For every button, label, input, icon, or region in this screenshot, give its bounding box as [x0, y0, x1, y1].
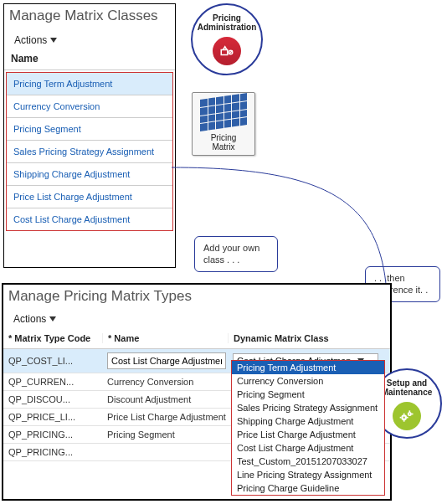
dropdown-item[interactable]: Pricing Segment: [232, 388, 384, 401]
p1-actions-label: Actions: [14, 34, 47, 46]
dropdown-item[interactable]: Test_Custom_20151207033027: [232, 455, 384, 468]
svg-rect-12: [412, 414, 414, 415]
dropdown-item[interactable]: Cost List Charge Adjustment: [232, 441, 384, 455]
p1-actions-menu[interactable]: Actions: [4, 26, 175, 51]
svg-rect-10: [403, 420, 405, 422]
dropdown-item[interactable]: Line Pricing Strategy Assignment: [232, 468, 384, 481]
p1-col-name: Name: [4, 51, 175, 70]
svg-point-6: [409, 414, 411, 415]
list-item[interactable]: Price List Charge Adjustment: [7, 186, 172, 208]
cell-code: QP_DISCOU...: [8, 394, 102, 404]
cell-code: QP_PRICING...: [8, 429, 102, 440]
list-item[interactable]: Pricing Segment: [7, 118, 172, 141]
dropdown-item[interactable]: Pricing Charge Guideline: [232, 481, 384, 495]
svg-rect-8: [400, 417, 402, 419]
dropdown-item[interactable]: Currency Conversion: [232, 374, 384, 388]
pricing-admin-icon: [213, 37, 241, 65]
svg-point-4: [403, 417, 405, 419]
cell-code: QP_COST_LI...: [8, 356, 102, 366]
dropdown-item[interactable]: Shipping Charge Adjustment: [232, 414, 384, 428]
cell-code: QP_PRICING...: [8, 447, 102, 457]
pricing-administration-bubble[interactable]: PricingAdministration: [191, 3, 263, 75]
dropdown-item[interactable]: Pricing Term Adjustment: [232, 361, 384, 374]
cell-code: QP_CURREN...: [8, 377, 102, 387]
svg-rect-9: [407, 417, 408, 419]
callout-add-your-own-class: Add your own class . . .: [194, 236, 278, 272]
name-input[interactable]: [107, 352, 226, 369]
pricing-admin-label: PricingAdministration: [193, 13, 261, 32]
list-item[interactable]: Cost List Charge Adjustment: [7, 208, 172, 230]
matrix-class-list: Pricing Term Adjustment Currency Convers…: [6, 72, 173, 231]
list-item[interactable]: Sales Pricing Strategy Assignment: [7, 141, 172, 163]
gears-icon: [393, 402, 421, 430]
types-table-header: Matrix Type Code Name Dynamic Matrix Cla…: [3, 330, 390, 349]
dropdown-item[interactable]: Sales Pricing Strategy Assignment: [232, 401, 384, 414]
col-dynamic-matrix-class: Dynamic Matrix Class: [228, 333, 385, 343]
col-name: Name: [102, 333, 228, 343]
col-matrix-type-code: Matrix Type Code: [8, 333, 102, 343]
panel2-title: Manage Pricing Matrix Types: [3, 285, 390, 305]
cell-name: Currency Conversion: [102, 377, 228, 387]
cell-name: Discount Adjustment: [102, 394, 228, 404]
cell-name: Price List Charge Adjustment: [102, 412, 228, 422]
list-item[interactable]: Pricing Term Adjustment: [7, 73, 172, 95]
chevron-down-icon: [50, 38, 57, 43]
cell-code: QP_PRICE_LI...: [8, 412, 102, 422]
svg-rect-7: [403, 414, 405, 415]
p2-actions-menu[interactable]: Actions: [3, 305, 390, 330]
dynamic-class-dropdown[interactable]: Pricing Term Adjustment Currency Convers…: [231, 360, 385, 496]
chevron-down-icon: [49, 316, 56, 321]
matrix-tile-label: PricingMatrix: [194, 133, 253, 152]
svg-rect-0: [221, 50, 228, 55]
p2-actions-label: Actions: [13, 313, 46, 325]
matrix-grid-icon: [200, 93, 247, 131]
svg-rect-11: [409, 410, 411, 412]
panel1-title: Manage Matrix Classes: [4, 4, 175, 26]
pricing-matrix-tile[interactable]: PricingMatrix: [192, 92, 255, 156]
manage-matrix-classes-panel: Manage Matrix Classes Actions Name Prici…: [3, 3, 176, 268]
cell-name: Pricing Segment: [102, 429, 228, 440]
list-item[interactable]: Shipping Charge Adjustment: [7, 163, 172, 186]
list-item[interactable]: Currency Conversion: [7, 95, 172, 118]
dropdown-item[interactable]: Price List Charge Adjustment: [232, 428, 384, 441]
